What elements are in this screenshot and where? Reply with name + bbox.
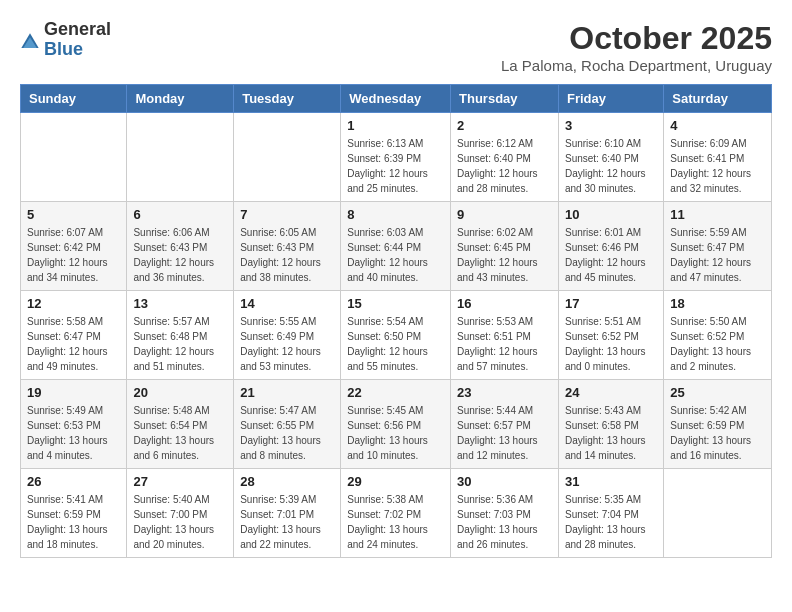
day-number: 27 [133, 474, 227, 489]
day-info: Sunrise: 5:45 AM Sunset: 6:56 PM Dayligh… [347, 403, 444, 463]
calendar-cell [234, 113, 341, 202]
calendar-cell: 4Sunrise: 6:09 AM Sunset: 6:41 PM Daylig… [664, 113, 772, 202]
day-number: 25 [670, 385, 765, 400]
day-number: 10 [565, 207, 657, 222]
day-info: Sunrise: 5:42 AM Sunset: 6:59 PM Dayligh… [670, 403, 765, 463]
day-info: Sunrise: 5:57 AM Sunset: 6:48 PM Dayligh… [133, 314, 227, 374]
calendar-week-row: 1Sunrise: 6:13 AM Sunset: 6:39 PM Daylig… [21, 113, 772, 202]
day-header-sunday: Sunday [21, 85, 127, 113]
day-number: 6 [133, 207, 227, 222]
month-title: October 2025 [501, 20, 772, 57]
calendar-week-row: 5Sunrise: 6:07 AM Sunset: 6:42 PM Daylig… [21, 202, 772, 291]
logo-blue: Blue [44, 40, 111, 60]
calendar-cell: 6Sunrise: 6:06 AM Sunset: 6:43 PM Daylig… [127, 202, 234, 291]
day-number: 28 [240, 474, 334, 489]
logo-icon [20, 32, 40, 52]
day-number: 23 [457, 385, 552, 400]
calendar-cell: 10Sunrise: 6:01 AM Sunset: 6:46 PM Dayli… [558, 202, 663, 291]
day-number: 1 [347, 118, 444, 133]
day-info: Sunrise: 5:38 AM Sunset: 7:02 PM Dayligh… [347, 492, 444, 552]
day-number: 7 [240, 207, 334, 222]
calendar-cell: 2Sunrise: 6:12 AM Sunset: 6:40 PM Daylig… [451, 113, 559, 202]
day-info: Sunrise: 5:53 AM Sunset: 6:51 PM Dayligh… [457, 314, 552, 374]
day-info: Sunrise: 5:48 AM Sunset: 6:54 PM Dayligh… [133, 403, 227, 463]
calendar-cell: 21Sunrise: 5:47 AM Sunset: 6:55 PM Dayli… [234, 380, 341, 469]
day-info: Sunrise: 6:02 AM Sunset: 6:45 PM Dayligh… [457, 225, 552, 285]
day-info: Sunrise: 5:36 AM Sunset: 7:03 PM Dayligh… [457, 492, 552, 552]
calendar-cell: 1Sunrise: 6:13 AM Sunset: 6:39 PM Daylig… [341, 113, 451, 202]
day-number: 13 [133, 296, 227, 311]
day-info: Sunrise: 6:10 AM Sunset: 6:40 PM Dayligh… [565, 136, 657, 196]
logo-text: General Blue [44, 20, 111, 60]
day-info: Sunrise: 6:05 AM Sunset: 6:43 PM Dayligh… [240, 225, 334, 285]
day-number: 12 [27, 296, 120, 311]
calendar-week-row: 26Sunrise: 5:41 AM Sunset: 6:59 PM Dayli… [21, 469, 772, 558]
day-info: Sunrise: 5:50 AM Sunset: 6:52 PM Dayligh… [670, 314, 765, 374]
calendar-week-row: 12Sunrise: 5:58 AM Sunset: 6:47 PM Dayli… [21, 291, 772, 380]
calendar-cell: 19Sunrise: 5:49 AM Sunset: 6:53 PM Dayli… [21, 380, 127, 469]
calendar-header-row: SundayMondayTuesdayWednesdayThursdayFrid… [21, 85, 772, 113]
calendar-cell: 28Sunrise: 5:39 AM Sunset: 7:01 PM Dayli… [234, 469, 341, 558]
calendar-cell: 22Sunrise: 5:45 AM Sunset: 6:56 PM Dayli… [341, 380, 451, 469]
day-header-friday: Friday [558, 85, 663, 113]
day-info: Sunrise: 6:13 AM Sunset: 6:39 PM Dayligh… [347, 136, 444, 196]
calendar-cell: 14Sunrise: 5:55 AM Sunset: 6:49 PM Dayli… [234, 291, 341, 380]
day-number: 24 [565, 385, 657, 400]
day-info: Sunrise: 6:07 AM Sunset: 6:42 PM Dayligh… [27, 225, 120, 285]
day-info: Sunrise: 5:58 AM Sunset: 6:47 PM Dayligh… [27, 314, 120, 374]
day-number: 3 [565, 118, 657, 133]
calendar-cell [21, 113, 127, 202]
calendar-cell: 3Sunrise: 6:10 AM Sunset: 6:40 PM Daylig… [558, 113, 663, 202]
day-info: Sunrise: 5:35 AM Sunset: 7:04 PM Dayligh… [565, 492, 657, 552]
day-number: 9 [457, 207, 552, 222]
day-number: 5 [27, 207, 120, 222]
day-info: Sunrise: 6:01 AM Sunset: 6:46 PM Dayligh… [565, 225, 657, 285]
calendar-cell: 16Sunrise: 5:53 AM Sunset: 6:51 PM Dayli… [451, 291, 559, 380]
calendar-cell: 27Sunrise: 5:40 AM Sunset: 7:00 PM Dayli… [127, 469, 234, 558]
day-number: 8 [347, 207, 444, 222]
title-block: October 2025 La Paloma, Rocha Department… [501, 20, 772, 74]
calendar-cell: 30Sunrise: 5:36 AM Sunset: 7:03 PM Dayli… [451, 469, 559, 558]
calendar-cell: 11Sunrise: 5:59 AM Sunset: 6:47 PM Dayli… [664, 202, 772, 291]
day-header-thursday: Thursday [451, 85, 559, 113]
calendar-cell: 7Sunrise: 6:05 AM Sunset: 6:43 PM Daylig… [234, 202, 341, 291]
calendar-week-row: 19Sunrise: 5:49 AM Sunset: 6:53 PM Dayli… [21, 380, 772, 469]
day-header-tuesday: Tuesday [234, 85, 341, 113]
day-info: Sunrise: 5:39 AM Sunset: 7:01 PM Dayligh… [240, 492, 334, 552]
day-number: 30 [457, 474, 552, 489]
day-number: 18 [670, 296, 765, 311]
day-info: Sunrise: 5:51 AM Sunset: 6:52 PM Dayligh… [565, 314, 657, 374]
calendar-cell: 24Sunrise: 5:43 AM Sunset: 6:58 PM Dayli… [558, 380, 663, 469]
calendar-cell: 9Sunrise: 6:02 AM Sunset: 6:45 PM Daylig… [451, 202, 559, 291]
day-info: Sunrise: 5:47 AM Sunset: 6:55 PM Dayligh… [240, 403, 334, 463]
day-header-monday: Monday [127, 85, 234, 113]
day-number: 29 [347, 474, 444, 489]
day-number: 14 [240, 296, 334, 311]
day-number: 21 [240, 385, 334, 400]
calendar-cell: 15Sunrise: 5:54 AM Sunset: 6:50 PM Dayli… [341, 291, 451, 380]
day-info: Sunrise: 6:06 AM Sunset: 6:43 PM Dayligh… [133, 225, 227, 285]
day-info: Sunrise: 5:54 AM Sunset: 6:50 PM Dayligh… [347, 314, 444, 374]
calendar-cell: 12Sunrise: 5:58 AM Sunset: 6:47 PM Dayli… [21, 291, 127, 380]
day-header-wednesday: Wednesday [341, 85, 451, 113]
calendar-cell: 17Sunrise: 5:51 AM Sunset: 6:52 PM Dayli… [558, 291, 663, 380]
logo-general: General [44, 20, 111, 40]
day-info: Sunrise: 5:55 AM Sunset: 6:49 PM Dayligh… [240, 314, 334, 374]
day-number: 15 [347, 296, 444, 311]
calendar-cell: 13Sunrise: 5:57 AM Sunset: 6:48 PM Dayli… [127, 291, 234, 380]
day-number: 11 [670, 207, 765, 222]
day-number: 20 [133, 385, 227, 400]
calendar-cell: 23Sunrise: 5:44 AM Sunset: 6:57 PM Dayli… [451, 380, 559, 469]
day-info: Sunrise: 6:03 AM Sunset: 6:44 PM Dayligh… [347, 225, 444, 285]
day-number: 31 [565, 474, 657, 489]
day-number: 2 [457, 118, 552, 133]
page-header: General Blue October 2025 La Paloma, Roc… [20, 20, 772, 74]
calendar-cell: 18Sunrise: 5:50 AM Sunset: 6:52 PM Dayli… [664, 291, 772, 380]
day-header-saturday: Saturday [664, 85, 772, 113]
day-number: 26 [27, 474, 120, 489]
day-number: 19 [27, 385, 120, 400]
day-number: 16 [457, 296, 552, 311]
day-info: Sunrise: 5:43 AM Sunset: 6:58 PM Dayligh… [565, 403, 657, 463]
calendar-cell: 25Sunrise: 5:42 AM Sunset: 6:59 PM Dayli… [664, 380, 772, 469]
day-number: 4 [670, 118, 765, 133]
